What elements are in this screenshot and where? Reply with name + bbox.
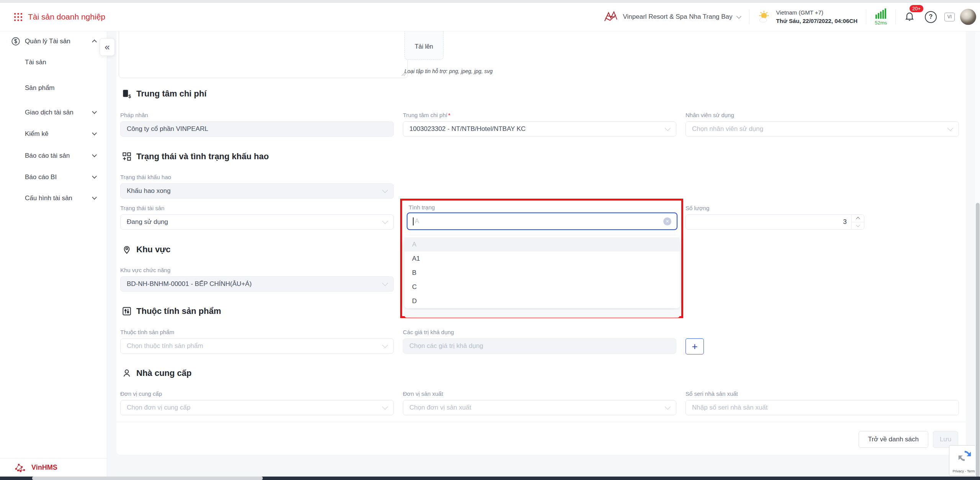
legal-entity-value: Công ty cổ phần VINPEARL xyxy=(127,125,208,133)
asset-form-card: Tải lên Loại tập tin hỗ trợ: png, jpeg, … xyxy=(116,31,966,455)
dropdown-option-b[interactable]: B xyxy=(404,266,680,280)
latency-label: 52ms xyxy=(875,20,887,26)
chevron-down-icon xyxy=(736,14,741,19)
back-to-list-button[interactable]: Trở về danh sách xyxy=(859,431,928,448)
cost-center-select[interactable]: 1003023302 - NT/NTB/Hotel/NTBAY KC xyxy=(403,121,676,137)
dropdown-option-a1[interactable]: A1 xyxy=(404,251,680,266)
sidebar-item-label: Giao dịch tài sản xyxy=(25,109,74,116)
depreciation-status-select[interactable]: Khấu hao xong xyxy=(120,183,394,199)
form-actions: Trở về danh sách Lưu xyxy=(859,431,958,448)
depreciation-status-field: Trạng thái khấu hao Khấu hao xong xyxy=(120,174,394,199)
dropdown-option-d[interactable]: D xyxy=(404,294,680,308)
sidebar-group-asset-management[interactable]: Quản lý Tài sản xyxy=(0,34,107,49)
depreciation-status-value: Khấu hao xong xyxy=(127,187,170,195)
header-left: Tài sản doanh nghiệp xyxy=(14,3,105,31)
functional-area-select[interactable]: BD-NH-BNHM-00001 - BẾP CHÍNH(ÂU+Á) xyxy=(120,276,394,292)
legal-entity-field: Pháp nhân Công ty cổ phần VINPEARL xyxy=(120,112,394,137)
horizontal-scrollbar-track xyxy=(0,477,980,480)
asset-status-field: Trạng thái tài sản Đang sử dụng xyxy=(120,205,394,230)
vendor-select[interactable]: Chọn đơn vị cung cấp xyxy=(120,400,394,415)
asset-status-select[interactable]: Đang sử dụng xyxy=(120,214,394,230)
map-pin-icon xyxy=(122,245,132,255)
sidebar-item-products[interactable]: Sản phẩm xyxy=(0,80,107,96)
attributes-row: Thuộc tính sản phẩm Chọn thuộc tính sản … xyxy=(120,329,704,354)
horizontal-scrollbar-thumb[interactable] xyxy=(32,477,263,480)
section-title: Khu vực xyxy=(136,245,170,255)
header-divider xyxy=(895,10,896,24)
wallet-dollar-icon: $ xyxy=(122,89,132,99)
language-selector[interactable]: VI xyxy=(944,13,955,21)
dropdown-option-a[interactable]: A xyxy=(404,237,680,251)
footer-divider xyxy=(116,422,966,422)
sidebar-item-asset-reports[interactable]: Báo cáo tài sản xyxy=(0,148,107,163)
chevron-down-icon xyxy=(665,125,671,131)
vinhms-logo-icon xyxy=(15,463,26,473)
quantity-value: 3 xyxy=(686,218,864,226)
condition-combobox[interactable]: A ✕ xyxy=(407,212,677,230)
increment-button[interactable] xyxy=(852,215,864,222)
sidebar-item-asset-config[interactable]: Cấu hình tài sản xyxy=(0,191,107,206)
upload-dropzone[interactable]: Tải lên xyxy=(404,31,443,60)
condition-input-value: A xyxy=(415,217,419,225)
manufacturer-field: Đơn vị sản xuất Chọn đơn vị sản xuất xyxy=(403,390,676,415)
chevron-down-icon xyxy=(92,152,97,157)
region-label: Vietnam (GMT +7) xyxy=(776,8,858,17)
chevron-down-icon xyxy=(92,195,97,200)
sidebar-item-label: Sản phẩm xyxy=(25,84,55,92)
available-values-placeholder: Chọn các giá trị khả dụng xyxy=(409,342,483,350)
employee-select[interactable]: Chọn nhân viên sử dụng xyxy=(686,121,959,137)
locale-block: Vietnam (GMT +7) Thứ Sáu, 22/07/2022, 04… xyxy=(758,8,858,25)
section-title: Thuộc tính sản phẩm xyxy=(136,306,221,316)
plus-icon: + xyxy=(692,341,697,351)
sidebar-item-inventory[interactable]: Kiểm kê xyxy=(0,126,107,142)
sidebar-item-asset-transactions[interactable]: Giao dịch tài sản xyxy=(0,105,107,120)
chevron-down-icon xyxy=(382,280,388,286)
section-cost-center: $ Trung tâm chi phí xyxy=(122,89,206,99)
recaptcha-terms[interactable]: Privacy - Terms xyxy=(953,469,977,473)
app-grid-icon[interactable] xyxy=(14,13,23,21)
section-area: Khu vực xyxy=(122,245,170,255)
dropdown-option-c[interactable]: C xyxy=(404,280,680,294)
available-values-label: Các giá trị khả dụng xyxy=(403,329,676,335)
app-screen: Tài sản doanh nghiệp Vinpearl Resort & S… xyxy=(0,0,980,480)
serial-input[interactable] xyxy=(686,400,959,415)
condition-highlight-box: Tình trạng A ✕ A A1 B C D xyxy=(400,199,683,318)
chevron-down-icon xyxy=(92,109,97,114)
attribute-select[interactable]: Chọn thuộc tính sản phẩm xyxy=(120,338,394,354)
header-divider xyxy=(866,10,866,24)
manufacturer-select[interactable]: Chọn đơn vị sản xuất xyxy=(403,400,676,415)
chevron-down-icon xyxy=(382,342,388,348)
condition-dropdown: A A1 B C D xyxy=(404,236,680,308)
chevron-down-icon xyxy=(947,125,954,131)
attribute-placeholder: Chọn thuộc tính sản phẩm xyxy=(127,342,203,350)
notifications-button[interactable]: 20+ xyxy=(904,10,915,23)
sidebar-item-assets[interactable]: Tài sản xyxy=(0,55,107,70)
sidebar-item-bi-reports[interactable]: Báo cáo BI xyxy=(0,170,107,185)
upload-hint: Loại tập tin hỗ trợ: png, jpeg, jpg, svg xyxy=(404,68,542,74)
section-title: Trạng thái và tình trạng khấu hao xyxy=(136,152,269,162)
network-status: 52ms xyxy=(875,8,887,26)
clear-button[interactable]: ✕ xyxy=(663,217,671,225)
help-button[interactable]: ? xyxy=(925,11,937,23)
notification-badge: 20+ xyxy=(909,4,924,13)
cost-center-label: Trung tâm chi phí* xyxy=(403,112,676,118)
description-textarea[interactable] xyxy=(119,31,408,78)
vertical-scrollbar-thumb[interactable] xyxy=(976,203,980,477)
sidebar-collapse-button[interactable]: « xyxy=(100,38,115,56)
close-icon: ✕ xyxy=(666,219,669,224)
sidebar-item-label: Tài sản xyxy=(25,59,46,66)
vendor-label: Đơn vị cung cấp xyxy=(120,390,394,397)
section-status: Trạng thái và tình trạng khấu hao xyxy=(122,152,269,162)
add-attribute-button[interactable]: + xyxy=(686,338,704,354)
legal-entity-input[interactable]: Công ty cổ phần VINPEARL xyxy=(120,121,394,137)
decrement-button[interactable] xyxy=(852,222,864,230)
supplier-row: Đơn vị cung cấp Chọn đơn vị cung cấp Đơn… xyxy=(120,390,959,415)
quantity-stepper[interactable]: 3 xyxy=(686,214,864,230)
property-selector[interactable]: Vinpearl Resort & Spa Nha Trang Bay xyxy=(603,10,741,23)
available-values-select[interactable]: Chọn các giá trị khả dụng xyxy=(403,338,676,354)
sidebar-item-label: Kiểm kê xyxy=(25,130,48,138)
area-row: Khu vực chức năng BD-NH-BNHM-00001 - BẾP… xyxy=(120,267,394,292)
chevron-down-icon xyxy=(665,403,671,410)
user-avatar[interactable] xyxy=(960,9,976,25)
required-asterisk: * xyxy=(448,112,450,118)
